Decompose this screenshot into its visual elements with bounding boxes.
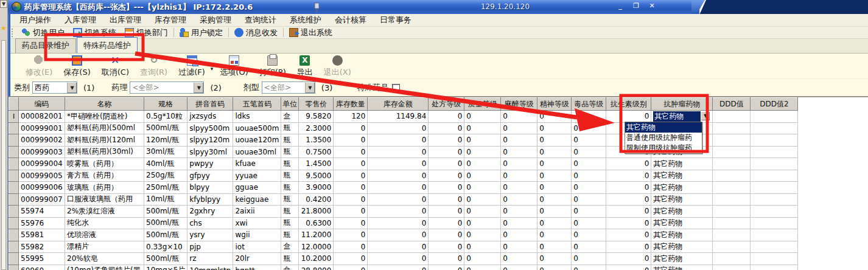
cell-DDD值2[interactable]: [751, 241, 798, 253]
table-row[interactable]: 55976纯化水500ml/瓶chsxwi瓶0.630000000000其它药物: [9, 217, 798, 229]
cell-零售价[interactable]: 9.5000: [299, 170, 334, 182]
cell-抗肿瘤药物[interactable]: 其它药物: [651, 170, 713, 182]
cell-库存金额[interactable]: 0: [368, 229, 429, 241]
cell-毒品等级[interactable]: 0: [572, 193, 606, 206]
menu-item-系统维护[interactable]: 系统维护: [283, 15, 328, 26]
tab-药品目录维护[interactable]: 药品目录维护: [15, 38, 76, 53]
column-header-DDD值2[interactable]: DDD值2: [751, 98, 798, 111]
cell-麻醉等级[interactable]: 0: [501, 134, 537, 147]
cell-名称[interactable]: 口服液玻璃瓶（药用: [65, 193, 144, 206]
cell-质量等级[interactable]: 0: [464, 182, 501, 194]
cell-抗肿瘤药物[interactable]: 其它药物: [651, 253, 713, 265]
cell-库存金额[interactable]: 0: [368, 182, 429, 194]
quickbar-button-用户锁定[interactable]: 用户锁定: [175, 27, 227, 38]
cell-质量等级[interactable]: 0: [464, 193, 501, 206]
cell-零售价[interactable]: 11.2000: [299, 229, 334, 241]
cell-DDD值[interactable]: [713, 253, 751, 265]
cell-DDD值2[interactable]: [751, 158, 798, 170]
cell-库存数量[interactable]: 0: [334, 229, 368, 241]
row-selector[interactable]: [9, 229, 19, 241]
column-header-规格[interactable]: 规格: [144, 98, 187, 111]
cell-库存金额[interactable]: 1149.84: [368, 111, 429, 123]
cell-库存数量[interactable]: 0: [334, 206, 368, 218]
row-selector[interactable]: [9, 170, 19, 182]
column-header-五笔首码[interactable]: 五笔首码: [233, 98, 281, 111]
table-row[interactable]: 000999007口服液玻璃瓶（药用10ml/瓶kfyblpyykeigguae…: [9, 193, 798, 206]
cell-规格[interactable]: 500ml/瓶: [144, 229, 187, 241]
cell-拼音首码[interactable]: chs: [187, 217, 233, 229]
table-row[interactable]: 55981优琐溶液500ml/瓶ysrywgii瓶11.200000000000…: [9, 229, 798, 241]
row-selector[interactable]: [9, 158, 19, 170]
cell-麻醉等级[interactable]: 0: [501, 158, 537, 170]
cell-抗肿瘤药物[interactable]: 其它药物: [651, 229, 713, 241]
column-header-库存金额[interactable]: 库存金额: [368, 98, 429, 111]
cell-库存金额[interactable]: 0: [368, 146, 429, 158]
cell-抗生素级别[interactable]: 0: [606, 229, 651, 241]
cell-五笔首码[interactable]: 2aixii: [233, 206, 281, 218]
cell-DDD值[interactable]: [713, 193, 751, 206]
cell-名称[interactable]: 喷雾瓶（药用）: [65, 158, 144, 170]
cell-名称[interactable]: 塑料瓶(药用)(30ml): [65, 146, 144, 158]
cell-零售价[interactable]: 0.7500: [299, 146, 334, 158]
cell-抗肿瘤药物[interactable]: 其它药物: [651, 206, 713, 218]
cell-库存金额[interactable]: 0: [368, 193, 429, 206]
menu-item-入库管理[interactable]: 入库管理: [58, 15, 103, 26]
cell-零售价[interactable]: 10.2000: [299, 253, 334, 265]
cell-编码[interactable]: 55976: [19, 217, 65, 229]
cell-精神等级[interactable]: 0: [537, 193, 572, 206]
cell-麻醉等级[interactable]: 0: [501, 217, 537, 229]
cell-DDD值2[interactable]: [751, 193, 798, 206]
cell-单位[interactable]: 瓶: [281, 229, 299, 241]
chevron-down-icon[interactable]: ▼: [305, 82, 315, 93]
menu-item-采购管理[interactable]: 采购管理: [193, 15, 238, 26]
cell-毒品等级[interactable]: 0: [572, 158, 606, 170]
cell-库存数量[interactable]: 0: [334, 193, 368, 206]
cell-DDD值[interactable]: [713, 111, 751, 123]
chevron-down-icon[interactable]: ▼: [194, 82, 203, 93]
cell-DDD值[interactable]: [713, 170, 751, 182]
cell-质量等级[interactable]: 0: [464, 217, 501, 229]
row-selector[interactable]: [9, 134, 19, 147]
cell-处方等级[interactable]: 0: [429, 241, 464, 253]
cell-质量等级[interactable]: 0: [464, 253, 501, 265]
cell-库存数量[interactable]: 0: [334, 134, 368, 147]
cell-拼音首码[interactable]: 2gxhry: [187, 206, 233, 218]
cell-规格[interactable]: 500ml/瓶: [144, 206, 187, 218]
cell-零售价[interactable]: 1.3500: [299, 134, 334, 147]
cell-零售价[interactable]: 2.3000: [299, 122, 334, 134]
restore-button[interactable]: ❐: [631, 2, 642, 11]
cell-麻醉等级[interactable]: 0: [501, 253, 537, 265]
cell-五笔首码[interactable]: xwi: [233, 217, 281, 229]
table-row[interactable]: 000999006玻璃瓶（药用）250ml/瓶blpyygguae瓶3.9000…: [9, 182, 798, 194]
cell-毒品等级[interactable]: 0: [572, 134, 606, 147]
cell-精神等级[interactable]: 0: [537, 170, 572, 182]
cell-麻醉等级[interactable]: 0: [501, 146, 537, 158]
cell-零售价[interactable]: 28.8000: [299, 265, 334, 270]
chevron-down-icon[interactable]: ▼: [701, 111, 710, 121]
toolbar-button-保存(S)[interactable]: 保存(S): [58, 54, 96, 78]
cell-规格[interactable]: 10ml/瓶: [144, 193, 187, 206]
cell-拼音首码[interactable]: ysry: [187, 229, 233, 241]
cell-规格[interactable]: 500ml/瓶: [144, 217, 187, 229]
cell-质量等级[interactable]: 0: [464, 158, 501, 170]
cell-抗肿瘤药物[interactable]: 其它药物: [651, 217, 713, 229]
cell-抗生素级别[interactable]: 0: [606, 265, 651, 270]
column-header-毒品等级[interactable]: 毒品等级: [572, 98, 606, 111]
cell-麻醉等级[interactable]: 0: [501, 241, 537, 253]
menu-item-日常事务[interactable]: 日常事务: [373, 15, 418, 26]
menu-item-用户操作[interactable]: 用户操作: [13, 15, 58, 26]
menu-item-会计核算[interactable]: 会计核算: [328, 15, 373, 26]
cell-抗生素级别[interactable]: 0: [606, 158, 651, 170]
cell-抗生素级别[interactable]: 0: [606, 241, 651, 253]
column-header-单位[interactable]: 单位: [281, 98, 299, 111]
cell-DDD值[interactable]: [713, 206, 751, 218]
cell-抗肿瘤药物[interactable]: 其它药物: [651, 182, 713, 194]
column-header-处方等级[interactable]: 处方等级: [429, 98, 464, 111]
cell-编码[interactable]: 000999003: [19, 146, 65, 158]
cell-毒品等级[interactable]: 0: [572, 217, 606, 229]
pharmacology-combobox[interactable]: <全部> ▼: [130, 81, 204, 94]
cell-DDD值[interactable]: [713, 229, 751, 241]
cell-麻醉等级[interactable]: 0: [501, 111, 537, 123]
row-selector[interactable]: [9, 182, 19, 194]
table-row[interactable]: 5599520%软皂500ml/瓶rz20lr瓶10.200000000000其…: [9, 253, 798, 265]
